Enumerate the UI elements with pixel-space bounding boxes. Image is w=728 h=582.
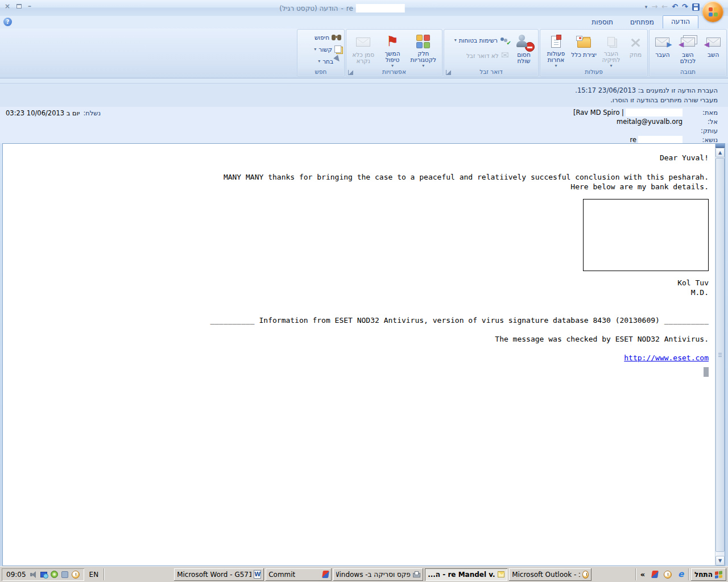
- message-body[interactable]: Dear Yuval! MANY MANY thanks for bringin…: [2, 143, 725, 566]
- dropdown-arrow-icon: ▾: [391, 63, 394, 68]
- network-icon[interactable]: [40, 572, 47, 577]
- select-button[interactable]: בחר ▾: [299, 55, 343, 67]
- eset-info-line: __________ Information from ESET NOD32 A…: [9, 315, 709, 325]
- restore-icon[interactable]: [16, 4, 22, 9]
- minimize-icon[interactable]: –: [28, 3, 31, 10]
- taskbar-button-fax-scan[interactable]: פקס וסריקה ב- Windows: [333, 568, 423, 581]
- ribbon: ◀ השב ◀ השב לכולם ▶ העבר תגובה: [0, 28, 728, 78]
- ribbon-group-actions: × מחק העבר לתיקיה ▾ יצירת כלל פעולו: [540, 29, 648, 77]
- not-junk-button: ✉ לא דואר זבל: [453, 49, 511, 61]
- categorize-label: חלק לקטגוריות: [407, 51, 440, 63]
- tray-outlook-icon[interactable]: [72, 571, 80, 579]
- junk-dialog-launcher-icon[interactable]: [446, 70, 451, 75]
- taskbar-button-label: ...ה - re Mandel v. Spiro: [428, 571, 495, 579]
- options-dialog-launcher-icon[interactable]: [348, 70, 353, 75]
- taskbar-button-mandel-message[interactable]: ...ה - re Mandel v. Spiro: [425, 568, 507, 581]
- quicklaunch-outlook-icon[interactable]: [662, 569, 673, 580]
- message-info-bar: העברת הודעה זו לנמענים ב: 23/06/2013 15:…: [0, 83, 728, 107]
- from-label: מאת:: [682, 109, 718, 117]
- quicklaunch-ie-icon[interactable]: e: [675, 569, 686, 580]
- create-rule-button[interactable]: יצירת כלל: [571, 31, 597, 68]
- mark-unread-label: סמן כלא נקרא: [349, 52, 378, 64]
- taskbar-divider: [635, 568, 636, 580]
- system-tray: 09:05: [2, 568, 84, 581]
- eset-link[interactable]: http://www.eset.com: [624, 354, 709, 362]
- forward-button[interactable]: ▶ העבר: [651, 31, 674, 68]
- move-to-folder-icon: [607, 32, 615, 51]
- dropdown-arrow-icon: ▾: [318, 59, 320, 64]
- reply-all-icon: ◀: [681, 32, 695, 52]
- other-actions-icon: [551, 32, 561, 51]
- language-indicator[interactable]: EN: [86, 571, 102, 579]
- ribbon-group-junk: חסום שולח ✔ רשימות בטוחות ▾ ✉ לא דואר זב…: [444, 29, 539, 77]
- eset-checked-line: The message was checked by ESET NOD32 An…: [9, 334, 709, 344]
- title-bar: × – הודעה (טקסט רגיל) - re ▾ → ← ↶ ↷: [0, 0, 728, 16]
- quicklaunch-commit-icon[interactable]: [649, 569, 660, 580]
- related-button[interactable]: קשור ▾: [299, 43, 343, 55]
- eset-antivirus-icon[interactable]: [51, 571, 58, 578]
- outlook-icon: [582, 571, 589, 579]
- text-cursor-block: [704, 367, 709, 377]
- previous-item-icon: ←: [661, 3, 668, 11]
- binoculars-icon: [332, 35, 341, 40]
- other-actions-label: פעולות אחרות: [542, 51, 570, 63]
- vertical-scrollbar[interactable]: ▲ ▼: [715, 144, 725, 566]
- select-label: בחר: [322, 58, 333, 65]
- taskbar-button-outlook[interactable]: Microsoft Outlook - מחשוב: [509, 568, 592, 581]
- help-icon[interactable]: ?: [3, 18, 12, 26]
- redacted-from: [626, 109, 682, 117]
- reply-button[interactable]: ◀ השב: [702, 31, 725, 68]
- info-line-linebreaks: מעברי שורה מיותרים בהודעה זו הוסרו.: [0, 95, 718, 105]
- follow-up-label: המשך טיפול: [380, 51, 405, 63]
- tab-message[interactable]: הודעה: [663, 15, 698, 28]
- search-label: חיפוש: [315, 34, 329, 41]
- mail-envelope-icon: [498, 571, 504, 577]
- dropdown-arrow-icon: ▾: [314, 47, 316, 52]
- not-junk-icon: ✉: [501, 51, 509, 60]
- follow-up-flag-icon: ⚑: [386, 32, 399, 51]
- scrollbar-thumb[interactable]: [715, 158, 725, 552]
- tab-addins[interactable]: תוספות: [583, 16, 622, 28]
- scroll-down-icon[interactable]: ▼: [715, 556, 725, 566]
- tray-app-icon[interactable]: [61, 571, 68, 578]
- safe-lists-button[interactable]: ✔ רשימות בטוחות ▾: [453, 34, 511, 46]
- dropdown-arrow-icon: ▾: [422, 63, 424, 68]
- message-header: מאת: [Rav MD Spiro | אל: meitalg@yuvalb.…: [0, 107, 728, 143]
- taskbar-button-label: Commit: [268, 571, 295, 579]
- group-label-options: אפשרויות: [347, 68, 441, 76]
- delete-icon: ×: [629, 32, 642, 52]
- start-button[interactable]: התחל: [691, 568, 726, 581]
- mark-unread-button: סמן כלא נקרא: [349, 31, 378, 68]
- taskbar-button-word[interactable]: W Microsoft Word - G57116...: [174, 568, 264, 581]
- sent-field: נשלח: יום ב 10/06/2013 03:23: [6, 109, 101, 117]
- commit-icon: [322, 571, 329, 578]
- redo-icon[interactable]: ↷: [682, 3, 688, 11]
- dropdown-arrow-icon: ▾: [555, 63, 557, 68]
- redacted-subject: [638, 136, 682, 144]
- other-actions-button[interactable]: פעולות אחרות ▾: [542, 31, 570, 68]
- tray-clock: 09:05: [6, 571, 26, 579]
- volume-icon[interactable]: [30, 571, 37, 578]
- taskbar-button-commit[interactable]: Commit: [266, 568, 332, 581]
- printer-icon: [413, 571, 420, 577]
- reply-all-button[interactable]: ◀ השב לכולם: [675, 31, 701, 68]
- window-title: הודעה (טקסט רגיל) - re: [279, 4, 405, 13]
- tab-developers[interactable]: מפתחים: [622, 16, 663, 28]
- scrollbar-split-handle[interactable]: [715, 144, 725, 148]
- cursor-icon: [333, 55, 344, 65]
- search-button[interactable]: חיפוש: [299, 31, 343, 43]
- ribbon-group-options: חלק לקטגוריות ▾ ⚑ המשך טיפול ▾ סמן כלא נ…: [346, 29, 442, 77]
- undo-icon[interactable]: ↶: [672, 3, 678, 11]
- start-label: התחל: [694, 571, 713, 579]
- follow-up-button[interactable]: ⚑ המשך טיפול ▾: [380, 31, 405, 68]
- categorize-button[interactable]: חלק לקטגוריות ▾: [407, 31, 440, 68]
- block-sender-button[interactable]: חסום שולח: [511, 31, 537, 68]
- related-pages-icon: [334, 45, 341, 53]
- quick-launch-chevron[interactable]: «: [638, 570, 647, 579]
- quick-access-toolbar: ▾ → ← ↶ ↷: [645, 3, 700, 11]
- close-icon[interactable]: ×: [5, 3, 10, 10]
- scroll-up-icon[interactable]: ▲: [715, 148, 725, 157]
- qat-customize-icon[interactable]: ▾: [645, 3, 648, 11]
- save-icon[interactable]: [692, 3, 700, 11]
- subject-value: re: [630, 136, 636, 144]
